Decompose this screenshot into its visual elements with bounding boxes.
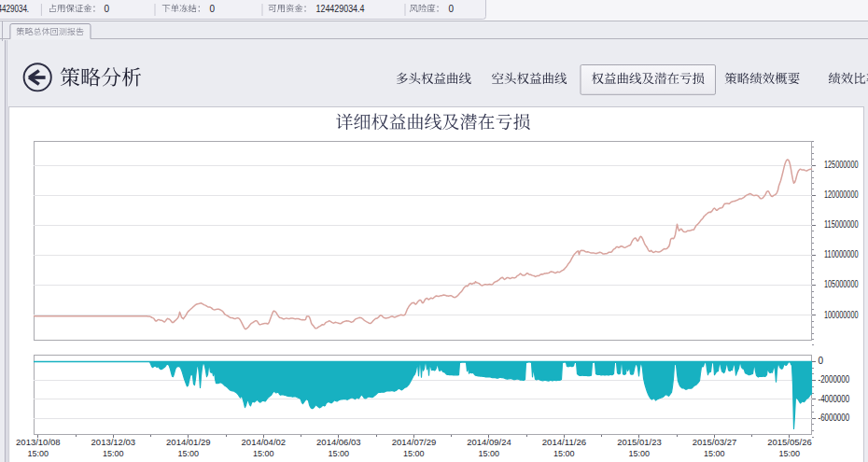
svg-text:15:00: 15:00	[329, 449, 350, 458]
svg-text:-4000000: -4000000	[819, 394, 850, 404]
svg-text:15:00: 15:00	[704, 449, 725, 458]
svg-text:125000000: 125000000	[824, 160, 859, 170]
svg-text:15:00: 15:00	[28, 449, 49, 458]
svg-text:2015/01/23: 2015/01/23	[617, 438, 662, 447]
svg-text:15:00: 15:00	[553, 449, 575, 458]
svg-text:15:00: 15:00	[178, 449, 200, 458]
svg-text:115000000: 115000000	[824, 219, 859, 230]
svg-text:100000000: 100000000	[824, 310, 859, 320]
svg-text:15:00: 15:00	[629, 449, 651, 458]
svg-text:2014/04/02: 2014/04/02	[242, 438, 287, 447]
svg-text:2015/05/26: 2015/05/26	[767, 438, 812, 447]
svg-text:120000000: 120000000	[824, 189, 859, 200]
svg-text:-2000000: -2000000	[819, 374, 850, 385]
svg-text:15:00: 15:00	[779, 449, 801, 458]
svg-text:2013/12/03: 2013/12/03	[91, 438, 136, 447]
svg-text:15:00: 15:00	[253, 449, 274, 458]
svg-text:-6000000: -6000000	[819, 413, 850, 423]
svg-text:105000000: 105000000	[824, 279, 859, 289]
svg-text:2014/09/24: 2014/09/24	[467, 438, 511, 447]
svg-text:2014/07/29: 2014/07/29	[392, 438, 437, 447]
svg-text:0: 0	[210, 4, 216, 14]
svg-text:0: 0	[105, 4, 110, 14]
svg-text:15:00: 15:00	[479, 449, 500, 458]
svg-text:2014/01/29: 2014/01/29	[166, 438, 211, 447]
svg-text:4429034.: 4429034.	[0, 4, 29, 14]
svg-text:0: 0	[819, 356, 824, 366]
svg-text:2015/03/27: 2015/03/27	[693, 438, 737, 447]
svg-text:2014/06/03: 2014/06/03	[316, 438, 361, 447]
svg-text:15:00: 15:00	[103, 449, 124, 458]
svg-text:2014/11/26: 2014/11/26	[542, 438, 587, 447]
svg-text:124429034.4: 124429034.4	[316, 4, 365, 14]
svg-text:15:00: 15:00	[403, 449, 425, 458]
svg-text:2013/10/08: 2013/10/08	[16, 438, 61, 447]
svg-text:110000000: 110000000	[824, 249, 859, 259]
svg-text:0: 0	[449, 4, 455, 14]
